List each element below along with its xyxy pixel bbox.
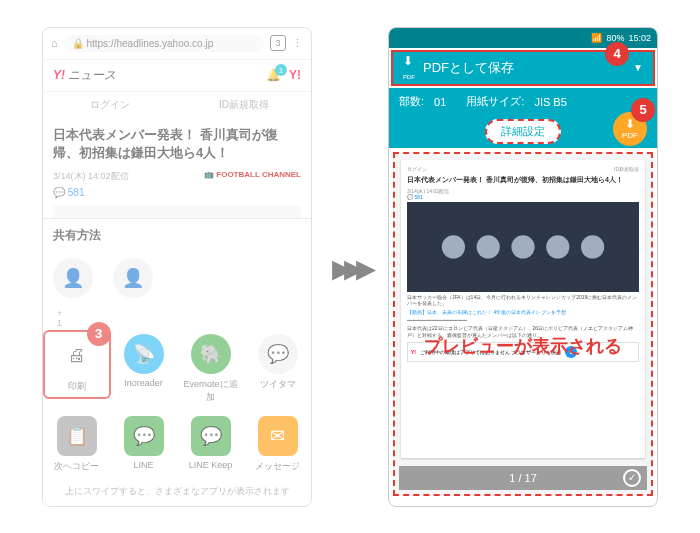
share-apps-row1: 🖨 印刷 3 📡Inoreader 🐘Evernoteに追加 💬ツイタマ bbox=[43, 328, 311, 410]
prev-strike: ━━━━━━━━━━━━━━━━━━━━ bbox=[407, 317, 639, 324]
recent-contact[interactable]: 👤 bbox=[103, 258, 163, 302]
signal-icon: 📶 bbox=[591, 33, 602, 43]
share-count: +1 bbox=[43, 308, 311, 328]
lock-icon: 🔒 bbox=[72, 38, 84, 49]
tab-register[interactable]: ID新規取得 bbox=[177, 92, 311, 118]
evernote-icon: 🐘 bbox=[191, 334, 231, 374]
share-label: メッセージ bbox=[248, 460, 308, 473]
copy-icon: 📋 bbox=[57, 416, 97, 456]
url-text: https://headlines.yahoo.co.jp bbox=[86, 38, 213, 49]
preview-caption: プレビューが表示される bbox=[395, 334, 651, 358]
preview-page[interactable]: ログインID新規取得 日本代表メンバー発表！ 香川真司が復帰、初招集は鎌田大地ら… bbox=[401, 160, 645, 458]
home-icon[interactable]: ⌂ bbox=[51, 37, 58, 49]
print-options: 部数: 01 用紙サイズ: JIS B5 bbox=[389, 88, 657, 116]
yahoo-icon[interactable]: Y! bbox=[289, 68, 301, 82]
copies-label: 部数: bbox=[399, 94, 424, 109]
menu-icon[interactable]: ⋮ bbox=[292, 37, 303, 50]
share-line[interactable]: 💬LINE bbox=[114, 416, 174, 473]
share-hint: 上にスワイプすると、さまざまなアプリが表示されます bbox=[43, 479, 311, 506]
message-icon: ✉ bbox=[258, 416, 298, 456]
paper-label: 用紙サイズ: bbox=[466, 94, 524, 109]
share-label: ツイタマ bbox=[248, 378, 308, 391]
detail-row: 詳細設定 ⬇ PDF 5 bbox=[389, 116, 657, 148]
share-evernote[interactable]: 🐘Evernoteに追加 bbox=[181, 334, 241, 404]
prev-register: ID新規取得 bbox=[614, 166, 639, 172]
check-icon[interactable]: ✓ bbox=[623, 469, 641, 487]
share-title: 共有方法 bbox=[43, 219, 311, 252]
article-meta: 3/14(木) 14:02配信 📺 FOOTBALL CHANNEL bbox=[43, 170, 311, 183]
share-linekeep[interactable]: 💬LINE Keep bbox=[181, 416, 241, 473]
prev-image bbox=[407, 202, 639, 292]
share-sheet: 共有方法 👤 👤 +1 🖨 印刷 3 📡Inoreader 🐘Evernoteに… bbox=[43, 218, 311, 506]
share-label: Evernoteに追加 bbox=[181, 378, 241, 404]
auth-tabs: ログイン ID新規取得 bbox=[43, 92, 311, 118]
share-label: LINE Keep bbox=[181, 460, 241, 470]
detail-settings-button[interactable]: 詳細設定 bbox=[485, 119, 561, 144]
share-recent: 👤 👤 bbox=[43, 252, 311, 308]
paper-value[interactable]: JIS B5 bbox=[534, 96, 566, 108]
share-label: 印刷 bbox=[49, 380, 105, 393]
phone-left-share-sheet: ⌂ 🔒 https://headlines.yahoo.co.jp 3 ⋮ Y!… bbox=[42, 27, 312, 507]
prev-title: 日本代表メンバー発表！ 香川真司が復帰、初招集は鎌田大地ら4人！ bbox=[407, 175, 639, 185]
print-preview-area: ログインID新規取得 日本代表メンバー発表！ 香川真司が復帰、初招集は鎌田大地ら… bbox=[393, 152, 653, 496]
pdf-label: PDFとして保存 bbox=[423, 59, 633, 77]
prev-link: 【動画】日本、未来の布陣はこれだ！ 4年後の日本代表イレブンを予想 bbox=[407, 309, 639, 315]
url-bar[interactable]: 🔒 https://headlines.yahoo.co.jp bbox=[64, 35, 264, 52]
callout-badge-4: 4 bbox=[605, 42, 629, 66]
share-label: Inoreader bbox=[114, 378, 174, 388]
clock-text: 15:02 bbox=[628, 33, 651, 43]
flow-arrow-icon: ▸▸▸ bbox=[332, 244, 368, 290]
page-counter: 1 / 17 ✓ bbox=[399, 466, 647, 490]
prev-body: 日本サッカー協会（JFA）は14日、今月に行われるキリンチャレンジカップ2019… bbox=[407, 294, 639, 307]
download-icon: ⬇ bbox=[625, 117, 635, 131]
article-title: 日本代表メンバー発表！ 香川真司が復帰、初招集は鎌田大地ら4人！ bbox=[43, 118, 311, 170]
browser-toolbar: ⌂ 🔒 https://headlines.yahoo.co.jp 3 ⋮ bbox=[43, 28, 311, 60]
site-header: Y! ニュース 🔔 Y! bbox=[43, 60, 311, 92]
app-icon: 💬 bbox=[258, 334, 298, 374]
share-copy[interactable]: 📋次へコピー bbox=[47, 416, 107, 473]
line-icon: 💬 bbox=[124, 416, 164, 456]
page-text: 1 / 17 bbox=[509, 472, 537, 484]
prev-login: ログイン bbox=[407, 166, 427, 172]
fab-label: PDF bbox=[622, 131, 638, 140]
share-label: LINE bbox=[114, 460, 174, 470]
share-label: 次へコピー bbox=[47, 460, 107, 473]
pdf-fab-button[interactable]: ⬇ PDF 5 bbox=[613, 112, 647, 146]
rss-icon: 📡 bbox=[124, 334, 164, 374]
share-inoreader[interactable]: 📡Inoreader bbox=[114, 334, 174, 404]
save-as-pdf-dropdown[interactable]: ⬇PDF PDFとして保存 ▼ 4 bbox=[391, 50, 655, 86]
source-logo: 📺 FOOTBALL CHANNEL bbox=[204, 170, 301, 183]
article-date: 3/14(木) 14:02配信 bbox=[53, 170, 129, 183]
line-icon: 💬 bbox=[191, 416, 231, 456]
chevron-down-icon: ▼ bbox=[633, 62, 643, 73]
share-apps-row2: 📋次へコピー 💬LINE 💬LINE Keep ✉メッセージ bbox=[43, 410, 311, 479]
comments-count[interactable]: 💬 581 bbox=[43, 183, 311, 202]
prev-date: 3/14(木) 14:02配信 bbox=[407, 188, 449, 194]
callout-badge-3: 3 bbox=[87, 322, 111, 346]
recent-contact[interactable]: 👤 bbox=[43, 258, 103, 302]
share-print[interactable]: 🖨 印刷 3 bbox=[47, 334, 107, 404]
download-icon: ⬇PDF bbox=[403, 54, 415, 82]
tab-count[interactable]: 3 bbox=[270, 35, 286, 51]
battery-text: 80% bbox=[606, 33, 624, 43]
bell-icon[interactable]: 🔔 bbox=[266, 68, 281, 82]
phone-right-pdf-preview: 📶 80% 15:02 ⬇PDF PDFとして保存 ▼ 4 部数: 01 用紙サ… bbox=[388, 27, 658, 507]
share-message[interactable]: ✉メッセージ bbox=[248, 416, 308, 473]
prev-comments: 581 bbox=[414, 194, 422, 200]
share-tsuitama[interactable]: 💬ツイタマ bbox=[248, 334, 308, 404]
callout-badge-5: 5 bbox=[631, 98, 655, 122]
copies-value[interactable]: 01 bbox=[434, 96, 446, 108]
yahoo-logo[interactable]: Y! ニュース bbox=[53, 67, 116, 84]
tab-login[interactable]: ログイン bbox=[43, 92, 177, 118]
